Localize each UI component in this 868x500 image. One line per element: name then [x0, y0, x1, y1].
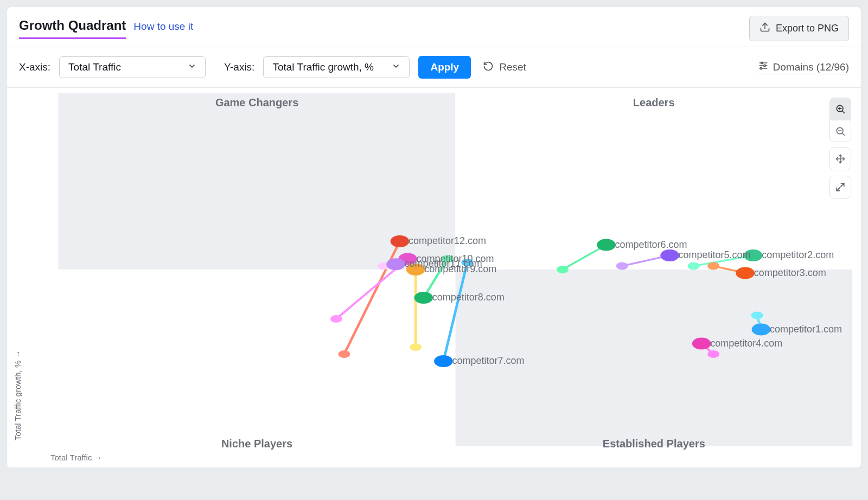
data-point-label[interactable]: competitor9.com	[424, 264, 496, 275]
export-label: Export to PNG	[776, 23, 839, 34]
svg-point-41	[597, 239, 616, 251]
svg-point-42	[660, 249, 679, 261]
data-point-label[interactable]: competitor4.com	[710, 338, 782, 349]
svg-point-28	[687, 262, 699, 270]
svg-point-46	[692, 338, 711, 350]
svg-point-45	[752, 324, 771, 336]
zoom-out-button[interactable]	[830, 120, 851, 142]
page-title: Growth Quadrant	[19, 18, 126, 39]
quadrant-label-top-left: Game Changers	[215, 97, 298, 109]
svg-point-37	[386, 258, 405, 270]
apply-button[interactable]: Apply	[418, 56, 471, 79]
svg-line-48	[843, 111, 845, 113]
data-point-label[interactable]: competitor5.com	[679, 249, 751, 261]
svg-point-6	[760, 67, 762, 69]
chart-area[interactable]: Game Changers Leaders Niche Players Esta…	[7, 88, 861, 467]
svg-point-14	[330, 315, 342, 323]
y-axis-label: Y-axis:	[224, 61, 254, 73]
data-point-label[interactable]: competitor1.com	[770, 324, 842, 335]
data-point-label[interactable]: competitor6.com	[615, 239, 687, 251]
reset-button[interactable]: Reset	[480, 60, 529, 75]
x-axis-label: X-axis:	[19, 61, 50, 73]
zoom-in-button[interactable]	[830, 98, 851, 120]
zoom-toolbar	[829, 98, 851, 198]
growth-quadrant-panel: Growth Quadrant How to use it Export to …	[7, 7, 861, 468]
svg-point-5	[763, 65, 765, 66]
data-point-label[interactable]: competitor7.com	[452, 355, 524, 367]
svg-line-52	[843, 133, 845, 135]
controls-bar: X-axis: Total Traffic Y-axis: Total Traf…	[7, 47, 861, 88]
pan-button[interactable]	[830, 148, 851, 170]
svg-point-12	[338, 350, 350, 358]
reset-label: Reset	[499, 61, 526, 73]
quadrant-label-bottom-left: Niche Players	[221, 438, 292, 450]
refresh-icon	[483, 61, 494, 74]
svg-point-18	[410, 343, 422, 351]
chart-container: Game Changers Leaders Niche Players Esta…	[7, 88, 861, 467]
svg-point-30	[707, 262, 719, 270]
data-point-label[interactable]: competitor3.com	[754, 267, 826, 279]
chevron-down-icon	[188, 61, 196, 73]
scatter-plot	[7, 88, 861, 467]
svg-point-32	[751, 312, 763, 319]
x-axis-select[interactable]: Total Traffic	[59, 56, 206, 78]
upload-icon	[760, 22, 770, 35]
domains-filter[interactable]: Domains (12/96)	[758, 60, 849, 74]
y-axis-title: Total Traffic growth, % →	[13, 350, 22, 440]
x-axis-title: Total Traffic →	[50, 453, 103, 462]
export-png-button[interactable]: Export to PNG	[749, 16, 849, 41]
svg-point-39	[414, 292, 433, 304]
data-point-label[interactable]: competitor8.com	[432, 292, 505, 303]
y-axis-select[interactable]: Total Traffic growth, %	[263, 56, 410, 78]
quadrant-label-bottom-right: Established Players	[603, 438, 705, 450]
y-axis-value: Total Traffic growth, %	[272, 61, 374, 73]
data-point-label[interactable]: competitor2.com	[762, 249, 834, 261]
svg-point-4	[761, 62, 762, 63]
svg-point-34	[707, 350, 719, 358]
svg-point-26	[616, 262, 628, 270]
svg-point-44	[736, 267, 755, 279]
sliders-icon	[758, 60, 769, 74]
chevron-down-icon	[392, 61, 400, 73]
svg-point-40	[434, 355, 453, 367]
domains-label: Domains (12/96)	[773, 61, 849, 73]
data-point-label[interactable]: competitor12.com	[409, 235, 486, 247]
svg-rect-10	[58, 270, 455, 446]
x-axis-value: Total Traffic	[68, 61, 121, 73]
svg-point-35	[391, 235, 410, 247]
svg-point-24	[557, 266, 569, 273]
quadrant-label-top-right: Leaders	[633, 97, 675, 109]
fullscreen-button[interactable]	[830, 176, 851, 198]
how-to-use-link[interactable]: How to use it	[133, 21, 193, 33]
panel-header: Growth Quadrant How to use it Export to …	[7, 7, 861, 47]
